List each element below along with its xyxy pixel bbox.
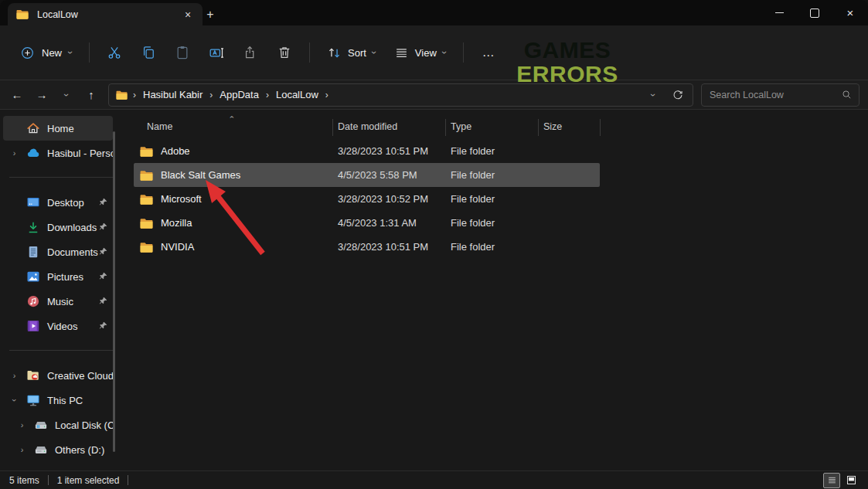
copy-button[interactable] (131, 38, 165, 67)
sidebar-item-downloads[interactable]: Downloads (3, 215, 113, 239)
share-button[interactable] (233, 38, 267, 67)
documents-icon (26, 245, 40, 259)
sidebar-item-desktop[interactable]: Desktop (3, 190, 113, 215)
forward-button[interactable]: → (29, 83, 54, 107)
file-row-nvidia[interactable]: NVIDIA 3/28/2023 10:51 PM File folder (134, 235, 600, 259)
rename-icon (209, 45, 225, 61)
file-type: File folder (445, 169, 538, 181)
breadcrumb-appdata[interactable]: AppData (214, 87, 264, 103)
view-button[interactable]: View › (385, 38, 455, 67)
breadcrumb-locallow[interactable]: LocalLow (271, 87, 324, 103)
sidebar-item-onedrive[interactable]: › Hasibul - Person (3, 141, 113, 165)
sort-icon (327, 46, 342, 60)
file-date: 3/28/2023 10:52 PM (332, 193, 445, 205)
address-dropdown-button[interactable]: › (643, 86, 663, 104)
chevron-right-icon[interactable]: › (9, 371, 19, 380)
column-header-date[interactable]: Date modified (332, 121, 445, 132)
maximize-button[interactable] (797, 0, 832, 25)
status-bar: 5 items 1 item selected (0, 470, 868, 489)
view-button-label: View (415, 47, 437, 59)
thumbnail-view-icon (846, 474, 857, 486)
address-bar[interactable]: › Hasibul Kabir › AppData › LocalLow › › (108, 83, 693, 107)
sidebar-item-videos[interactable]: Videos (3, 314, 113, 338)
chevron-down-icon: › (62, 93, 71, 97)
folder-icon (139, 217, 154, 229)
file-row-adobe[interactable]: Adobe 3/28/2023 10:51 PM File folder (134, 139, 600, 163)
column-divider[interactable] (600, 119, 601, 136)
recent-locations-button[interactable]: › (54, 83, 79, 107)
chevron-right-icon[interactable]: › (17, 445, 27, 454)
new-button[interactable]: New › (11, 38, 81, 67)
sidebar-item-music[interactable]: Music (3, 289, 113, 314)
breadcrumb-separator: › (324, 90, 330, 100)
sidebar-item-creative-cloud[interactable]: › Creative Cloud F (3, 363, 113, 388)
search-box[interactable] (701, 83, 859, 107)
delete-icon (277, 45, 292, 60)
pin-icon (98, 246, 108, 256)
chevron-down-icon: › (369, 51, 379, 54)
chevron-down-icon: › (66, 51, 75, 54)
command-bar: New › Sort › View › … (0, 25, 868, 80)
file-row-mozilla[interactable]: Mozilla 4/5/2023 1:31 AM File folder (134, 211, 600, 235)
close-button[interactable]: × (832, 0, 868, 25)
maximize-icon (810, 8, 819, 18)
new-button-label: New (42, 47, 62, 59)
file-row-microsoft[interactable]: Microsoft 3/28/2023 10:52 PM File folder (134, 187, 600, 211)
window-controls: × (761, 0, 868, 25)
explorer-tab[interactable]: LocalLow × (8, 3, 203, 25)
file-explorer-window: LocalLow × + × New › Sort › V (0, 0, 868, 489)
pin-icon (98, 197, 108, 207)
sidebar-item-local-disk-c[interactable]: › Local Disk (C:) (3, 413, 113, 437)
column-headers: › Name Date modified Type Size (128, 116, 868, 138)
sidebar-item-documents[interactable]: Documents (3, 239, 113, 264)
refresh-button[interactable] (668, 86, 688, 104)
details-view-icon (827, 475, 837, 485)
sidebar-scrollbar[interactable] (113, 131, 115, 452)
paste-button[interactable] (165, 38, 199, 67)
drive-icon (34, 443, 48, 457)
chevron-down-icon[interactable]: › (10, 396, 19, 406)
tab-close-button[interactable]: × (179, 6, 196, 23)
sidebar-item-home[interactable]: Home (3, 116, 113, 141)
rename-button[interactable] (199, 38, 233, 67)
sidebar-item-pictures[interactable]: Pictures (3, 264, 113, 289)
navigation-pane: Home › Hasibul - Person Desktop Download… (0, 110, 124, 471)
sidebar-item-this-pc[interactable]: › This PC (3, 388, 113, 413)
folder-icon (139, 193, 154, 205)
thumbnail-view-button[interactable] (843, 474, 859, 487)
folder-icon (139, 145, 154, 158)
sidebar-item-others-d[interactable]: › Others (D:) (3, 437, 113, 462)
file-row-black-salt-games[interactable]: Black Salt Games 4/5/2023 5:58 PM File f… (134, 163, 600, 187)
column-divider[interactable] (538, 119, 539, 136)
details-view-button[interactable] (823, 473, 840, 488)
drive-windows-icon (34, 418, 48, 432)
desktop-icon (26, 195, 40, 209)
sort-button[interactable]: Sort › (318, 38, 385, 67)
sidebar-divider (9, 177, 114, 178)
delete-button[interactable] (267, 38, 301, 67)
status-divider (128, 475, 128, 485)
up-button[interactable]: ↑ (79, 83, 104, 107)
breadcrumb-user[interactable]: Hasibul Kabir (138, 87, 208, 103)
column-divider[interactable] (445, 119, 446, 136)
toolbar-divider (463, 42, 464, 63)
column-divider[interactable] (332, 119, 333, 136)
file-type: File folder (445, 145, 538, 157)
file-type: File folder (445, 193, 538, 205)
search-input[interactable] (708, 89, 841, 101)
cut-button[interactable] (97, 38, 131, 67)
chevron-right-icon[interactable]: › (17, 420, 27, 430)
minimize-button[interactable] (761, 0, 797, 25)
column-header-name[interactable]: Name (134, 121, 332, 132)
folder-icon (115, 90, 128, 100)
sidebar-item-label: Creative Cloud F (47, 370, 113, 382)
more-options-button[interactable]: … (471, 38, 506, 67)
column-header-type[interactable]: Type (445, 121, 538, 132)
column-header-size[interactable]: Size (538, 121, 600, 132)
items-count: 5 items (9, 475, 39, 486)
back-button[interactable]: ← (5, 83, 29, 107)
new-tab-button[interactable]: + (199, 5, 221, 24)
downloads-icon (26, 220, 40, 234)
sidebar-divider (9, 350, 114, 351)
chevron-right-icon[interactable]: › (9, 148, 19, 158)
